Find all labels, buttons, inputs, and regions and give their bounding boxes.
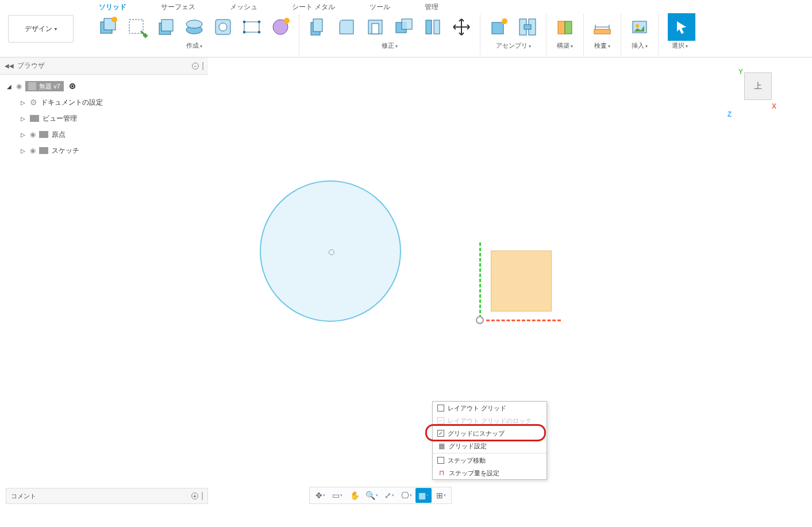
twisty-icon[interactable]: ▷ xyxy=(20,132,26,138)
new-box-icon[interactable] xyxy=(95,14,121,40)
popup-set-step[interactable]: ⊓ステップ量を設定 xyxy=(433,467,547,479)
sketch-origin[interactable] xyxy=(476,316,484,324)
fit-icon[interactable]: ⤢ xyxy=(381,488,397,503)
workspace-label: デザイン xyxy=(25,24,52,34)
popup-grid-settings[interactable]: ▦グリッド設定 xyxy=(433,440,547,452)
popup-label: レイアウト グリッド xyxy=(448,404,506,413)
checkbox-icon[interactable]: ✓ xyxy=(437,430,444,437)
fillet-icon[interactable] xyxy=(334,14,359,40)
browser-panel: ◀◀ ブラウザ – ◢ ◉ 無題 v7 ▷ ⚙ ドキュメントの設定 ▷ ビュー管… xyxy=(0,57,208,162)
document-chip[interactable]: 無題 v7 xyxy=(25,81,64,91)
align-icon[interactable] xyxy=(420,14,445,40)
tree-label: 原点 xyxy=(52,130,66,140)
active-component-icon[interactable] xyxy=(70,83,75,89)
checkbox-icon[interactable] xyxy=(437,405,444,411)
browser-handle-icon[interactable] xyxy=(202,62,203,70)
grid-snap-icon[interactable]: ▦ xyxy=(415,488,432,503)
svg-rect-13 xyxy=(243,31,245,33)
tree-item-views[interactable]: ▷ ビュー管理 xyxy=(0,110,208,126)
orbit-icon[interactable]: ✥ xyxy=(312,488,328,503)
plane-icon[interactable] xyxy=(552,14,578,40)
twisty-icon[interactable]: ▷ xyxy=(20,116,26,122)
new-component-icon[interactable] xyxy=(486,14,511,40)
extrude-icon[interactable] xyxy=(153,14,178,40)
tab-solid[interactable]: ソリッド xyxy=(99,2,126,14)
tab-tools[interactable]: ツール xyxy=(370,2,390,14)
browser-minimize-icon[interactable]: – xyxy=(192,63,199,70)
axis-z-label: Z xyxy=(728,110,732,118)
twisty-icon[interactable]: ▷ xyxy=(20,99,26,106)
rectangle-icon[interactable] xyxy=(239,14,264,40)
revolve-icon[interactable] xyxy=(182,14,207,40)
move-icon[interactable] xyxy=(449,14,474,40)
folder-icon xyxy=(39,147,48,154)
tab-surface[interactable]: サーフェス xyxy=(161,2,195,14)
svg-rect-31 xyxy=(565,21,572,34)
comments-panel[interactable]: コメント + xyxy=(6,488,208,504)
tree-item-settings[interactable]: ▷ ⚙ ドキュメントの設定 xyxy=(0,94,208,110)
tab-sheetmetal[interactable]: シート メタル xyxy=(292,2,335,14)
svg-rect-18 xyxy=(313,19,322,32)
measure-icon[interactable] xyxy=(590,14,615,40)
popup-step-move[interactable]: ステップ移動 xyxy=(433,454,547,467)
workspace-switcher[interactable]: デザイン xyxy=(8,15,74,43)
form-icon[interactable] xyxy=(268,14,293,40)
svg-point-16 xyxy=(284,18,290,24)
sketch-icon[interactable] xyxy=(124,14,149,40)
group-construct-label: 構築 xyxy=(557,42,569,49)
popup-label: グリッド設定 xyxy=(449,442,487,451)
twisty-icon[interactable]: ◢ xyxy=(6,83,13,90)
eye-icon[interactable]: ◉ xyxy=(16,82,22,90)
popup-label: ステップ移動 xyxy=(448,456,486,465)
popup-label: レイアウト グリッドのロック xyxy=(448,417,532,425)
tree-item-sketches[interactable]: ▷ ◉ スケッチ xyxy=(0,143,208,159)
browser-header: ◀◀ ブラウザ – xyxy=(0,57,208,75)
browser-collapse-icon[interactable]: ◀◀ xyxy=(5,63,14,69)
axis-y-label: Y xyxy=(738,68,743,76)
svg-rect-32 xyxy=(594,29,610,34)
select-tool[interactable] xyxy=(668,13,695,41)
checkbox-icon[interactable] xyxy=(437,457,444,464)
svg-point-34 xyxy=(636,24,639,28)
gear-icon: ⚙ xyxy=(30,98,37,107)
tree-item-origin[interactable]: ▷ ◉ 原点 xyxy=(0,126,208,143)
group-inspect: 検査 xyxy=(584,14,621,55)
add-comment-icon[interactable]: + xyxy=(191,493,198,499)
browser-title: ブラウザ xyxy=(17,61,192,71)
joint-icon[interactable] xyxy=(515,14,540,40)
popup-layout-grid[interactable]: レイアウト グリッド xyxy=(433,402,547,414)
group-modify: 修正 xyxy=(299,14,480,55)
group-create-label: 作成 xyxy=(186,42,199,49)
svg-rect-24 xyxy=(434,20,440,34)
sketch-circle[interactable] xyxy=(260,180,401,322)
combine-icon[interactable] xyxy=(391,14,417,40)
display-icon[interactable]: 🖵 xyxy=(398,488,414,503)
eye-icon[interactable]: ◉ xyxy=(30,147,36,155)
tab-manage[interactable]: 管理 xyxy=(425,2,438,14)
hole-icon[interactable] xyxy=(210,14,236,40)
twisty-icon[interactable]: ▷ xyxy=(20,148,26,154)
group-modify-label: 修正 xyxy=(382,42,394,49)
eye-icon[interactable]: ◉ xyxy=(30,130,36,139)
folder-icon xyxy=(39,131,48,138)
pan-icon[interactable]: ✋ xyxy=(347,488,363,503)
viewcube[interactable]: 上 xyxy=(744,72,772,100)
svg-rect-22 xyxy=(402,19,412,29)
tree-label: ドキュメントの設定 xyxy=(41,98,103,107)
shell-icon[interactable] xyxy=(363,14,388,40)
svg-rect-11 xyxy=(243,21,245,23)
sketch-rectangle[interactable] xyxy=(491,251,552,311)
document-name: 無題 v7 xyxy=(39,82,60,91)
tree-root[interactable]: ◢ ◉ 無題 v7 xyxy=(0,78,208,94)
lookat-icon[interactable]: ▭ xyxy=(329,488,345,503)
presspull-icon[interactable] xyxy=(305,14,330,40)
zoom-icon[interactable]: 🔍 xyxy=(364,488,380,503)
comments-handle-icon[interactable] xyxy=(202,492,203,500)
svg-rect-23 xyxy=(426,20,432,34)
viewports-icon[interactable]: ⊞ xyxy=(433,488,449,503)
popup-snap-to-grid[interactable]: ✓グリッドにスナップ xyxy=(433,427,547,440)
tab-mesh[interactable]: メッシュ xyxy=(230,2,257,14)
insert-image-icon[interactable] xyxy=(627,14,652,40)
ribbon-tabs: ソリッド サーフェス メッシュ シート メタル ツール 管理 xyxy=(99,2,438,14)
folder-icon xyxy=(30,115,39,122)
